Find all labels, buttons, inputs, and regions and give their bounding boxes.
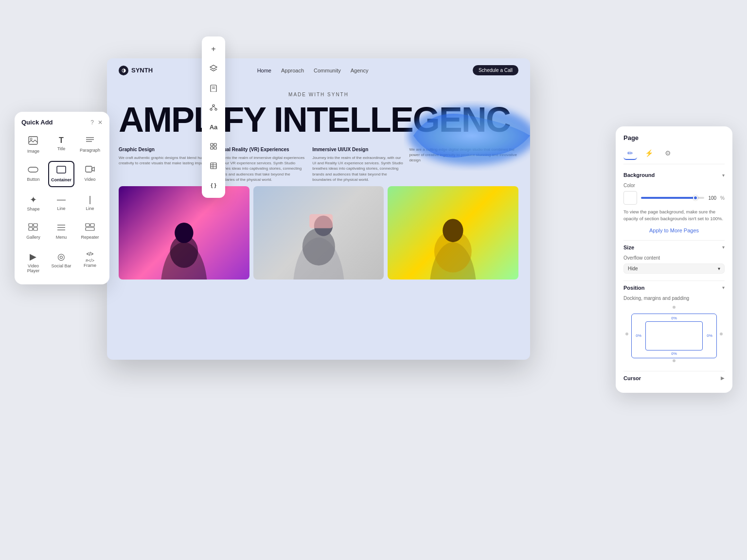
video-player-icon: ▶ [30, 251, 36, 262]
opacity-value: 100 [708, 195, 716, 201]
nav-cta-button[interactable]: Schedule a Call [473, 65, 518, 75]
cursor-arrow-icon[interactable]: ▶ [721, 375, 725, 381]
dock-left-handle[interactable] [625, 332, 628, 335]
padding-left-value: 0% [634, 333, 643, 338]
position-title: Position [623, 285, 644, 291]
qa-hline[interactable]: — Line [48, 190, 74, 216]
service-vr: Virtual Reality (VR) Experiences Step in… [215, 147, 312, 182]
size-header: Size ▾ [623, 245, 725, 250]
slider-thumb [693, 195, 698, 200]
toolbar-code-btn[interactable]: { } [205, 176, 222, 194]
svg-rect-7 [309, 214, 333, 228]
svg-rect-25 [29, 137, 37, 144]
photo-card-3 [388, 186, 518, 280]
overflow-select[interactable]: Hide ▾ [623, 263, 725, 274]
tab-settings[interactable]: ⚙ [661, 147, 675, 160]
overflow-chevron-icon: ▾ [718, 266, 720, 271]
qa-repeater[interactable]: Repeater [77, 219, 103, 244]
quick-add-header: Quick Add ? ✕ [21, 119, 103, 126]
background-chevron-icon[interactable]: ▾ [722, 173, 725, 178]
qa-gallery-label: Gallery [26, 235, 40, 240]
logo-icon: ◑ [119, 66, 128, 75]
right-properties-panel: Page ✏ ⚡ ⚙ Background ▾ Color 100 % To v… [616, 126, 732, 393]
blob-decoration [404, 97, 530, 175]
svg-rect-42 [86, 228, 94, 230]
svg-point-16 [215, 108, 217, 110]
image-icon [28, 136, 38, 147]
qa-menu[interactable]: Menu [48, 219, 74, 244]
background-section: Background ▾ Color 100 % To view the pag… [623, 172, 725, 233]
position-chevron-icon[interactable]: ▾ [722, 285, 725, 290]
bg-info-text: To view the page background, make sure t… [623, 209, 725, 223]
qa-button[interactable]: Button [21, 161, 45, 187]
toolbar-table-btn[interactable] [205, 157, 222, 175]
quick-add-controls: ? ✕ [90, 119, 103, 126]
svg-rect-18 [214, 143, 216, 146]
padding-top-value: 0% [634, 316, 714, 320]
toolbar-components-btn[interactable] [205, 99, 222, 116]
qa-paragraph-label: Paragraph [80, 148, 100, 153]
website-canvas: ◑ SYNTH Home Approach Community Agency S… [107, 58, 530, 360]
size-title: Size [623, 245, 634, 250]
qa-menu-label: Menu [56, 235, 67, 240]
opacity-slider[interactable] [641, 197, 704, 199]
toolbar-layers-btn[interactable] [205, 60, 222, 77]
toolbar-pages-btn[interactable] [205, 79, 222, 97]
quick-add-help-icon[interactable]: ? [90, 119, 94, 126]
service-graphic: Graphic Design We craft authentic graphi… [119, 147, 215, 182]
svg-point-10 [443, 219, 463, 242]
qa-paragraph[interactable]: Paragraph [77, 132, 103, 158]
qa-iframe[interactable]: </> #</> Frame [77, 247, 103, 278]
color-label: Color [623, 183, 725, 188]
container-icon [56, 166, 66, 176]
position-header: Position ▾ [623, 285, 725, 291]
svg-point-14 [213, 105, 214, 106]
padding-diagram-wrap: 0% 0% 0% 0% [623, 304, 725, 364]
qa-video-player-label: Video Player [24, 263, 43, 273]
hline-icon: — [57, 194, 66, 205]
social-bar-icon: ◎ [57, 251, 65, 262]
panel-title: Page [623, 134, 725, 141]
toolbar-apps-btn[interactable] [205, 138, 222, 155]
background-title: Background [623, 172, 655, 178]
quick-add-title: Quick Add [21, 119, 53, 126]
tab-behavior[interactable]: ⚡ [641, 147, 657, 160]
size-chevron-icon[interactable]: ▾ [722, 245, 725, 250]
dock-right-handle[interactable] [720, 332, 723, 335]
svg-rect-41 [90, 224, 94, 227]
svg-point-26 [30, 138, 32, 140]
hero-section: MADE WITH SYNTH AMPLIFY INTELLEGENC [107, 82, 530, 142]
tab-design[interactable]: ✏ [623, 147, 637, 160]
qa-vline[interactable]: | Line [77, 190, 103, 216]
nav-links: Home Approach Community Agency [257, 68, 369, 73]
qa-repeater-label: Repeater [81, 235, 99, 240]
element-toolbar: + Aa [202, 36, 225, 198]
photo-card-2 [253, 186, 384, 280]
quick-add-close-icon[interactable]: ✕ [98, 119, 103, 126]
qa-shape[interactable]: ✦ Shape [21, 190, 45, 216]
svg-point-15 [210, 108, 212, 110]
site-logo: ◑ SYNTH [119, 66, 153, 75]
qa-gallery[interactable]: Gallery [21, 219, 45, 244]
overflow-row: Hide ▾ [623, 263, 725, 274]
qa-video[interactable]: Video [77, 161, 103, 187]
service-uiux: Immersive UI/UX Design Journey into the … [312, 147, 409, 182]
qa-image[interactable]: Image [21, 132, 45, 158]
qa-social-bar[interactable]: ◎ Social Bar [48, 247, 74, 278]
qa-container[interactable]: Container [48, 161, 74, 187]
padding-middle-row: 0% 0% [634, 321, 714, 350]
qa-title[interactable]: T Title [48, 132, 74, 158]
apply-to-more-pages-link[interactable]: Apply to More Pages [623, 228, 725, 233]
qa-title-label: Title [57, 146, 66, 151]
qa-container-label: Container [51, 177, 71, 182]
gallery-icon [28, 223, 38, 233]
qa-vline-label: Line [86, 206, 94, 211]
button-icon [28, 165, 38, 175]
toolbar-text-btn[interactable]: Aa [205, 118, 222, 136]
qa-video-player[interactable]: ▶ Video Player [21, 247, 45, 278]
toolbar-add-btn[interactable]: + [205, 40, 222, 58]
color-swatch[interactable] [623, 191, 637, 205]
dock-top-handle[interactable] [673, 306, 676, 309]
dock-bottom-handle[interactable] [673, 359, 676, 362]
photo-card-1 [119, 186, 249, 280]
